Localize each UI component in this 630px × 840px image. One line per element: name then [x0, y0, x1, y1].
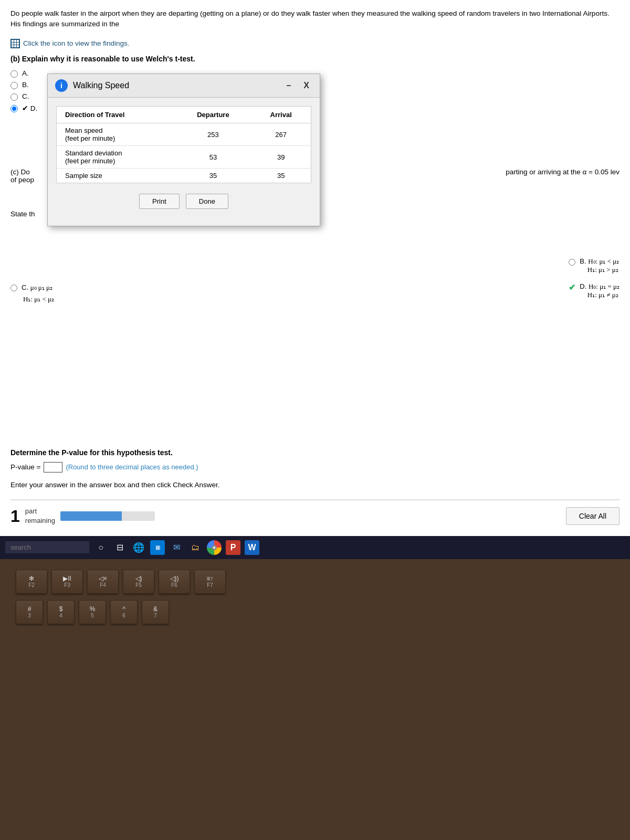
- section-c-text: (c) Do of peop: [10, 168, 34, 184]
- radio-b-label: B.: [22, 81, 29, 89]
- icon-link[interactable]: Click the icon to view the findings.: [10, 39, 130, 48]
- key-f4[interactable]: ◁× F4: [87, 570, 119, 594]
- edge-icon[interactable]: 🌐: [131, 540, 146, 555]
- progress-bar-container: [60, 511, 155, 521]
- grid-icon[interactable]: [10, 39, 20, 48]
- pvalue-input-box[interactable]: [44, 462, 62, 472]
- key-4[interactable]: $ 4: [47, 600, 75, 624]
- key-7[interactable]: & 7: [142, 600, 169, 624]
- done-button[interactable]: Done: [186, 194, 228, 209]
- hyp-b-text: B. H₀: μ₁ < μ₂ H₁: μ₁ > μ₂: [580, 257, 619, 274]
- hyp-b-h0: H₀: μ₁ < μ₂: [588, 257, 619, 265]
- radio-b-hyp[interactable]: [569, 259, 575, 266]
- row-size-arrival: 35: [251, 169, 311, 183]
- hyp-d-h0: H₀: μ₁ = μ₂: [589, 282, 620, 290]
- clear-all-button[interactable]: Clear All: [566, 507, 620, 525]
- hyp-b-h1: H₁: μ₁ > μ₂: [587, 266, 618, 274]
- key-f2[interactable]: ✻ F2: [16, 570, 47, 594]
- parts-left: 1 part remaining: [10, 507, 155, 526]
- modal-controls: – X: [283, 80, 312, 91]
- row-stddev-arrival: 39: [251, 146, 311, 169]
- row-size-departure: 35: [175, 169, 251, 183]
- radio-d-label: ✔ D.: [22, 104, 37, 112]
- row-stddev-departure: 53: [175, 146, 251, 169]
- table-row: Sample size 35 35: [57, 169, 311, 183]
- modal-header: i Walking Speed – X: [48, 74, 320, 98]
- row-stddev-label: Standard deviation(feet per minute): [57, 146, 175, 169]
- radio-c-option[interactable]: [10, 285, 17, 291]
- part-number: 1: [10, 508, 20, 524]
- col-header-direction: Direction of Travel: [57, 107, 175, 123]
- windows-search-icon[interactable]: ○: [93, 540, 108, 555]
- print-button[interactable]: Print: [139, 194, 180, 209]
- number-key-row: # 3 $ 4 % 5 ^ 6 & 7: [16, 600, 614, 624]
- radio-a[interactable]: [10, 70, 18, 78]
- row-size-label: Sample size: [57, 169, 175, 183]
- powerpoint-icon[interactable]: P: [226, 540, 240, 555]
- hyp-d-h1: H₁: μ₁ ≠ μ₂: [587, 291, 618, 299]
- hyp-option-b[interactable]: B. H₀: μ₁ < μ₂ H₁: μ₁ > μ₂: [569, 257, 620, 274]
- pvalue-label: P-value =: [10, 463, 40, 471]
- key-f6[interactable]: ◁)) F6: [159, 570, 190, 594]
- determine-heading: Determine the P-value for this hypothesi…: [10, 448, 620, 457]
- state-label: State th: [10, 210, 35, 218]
- modal-title: Walking Speed: [73, 81, 129, 90]
- part-label: part remaining: [25, 507, 55, 526]
- search-input[interactable]: [5, 541, 89, 553]
- right-hypothesis-options: B. H₀: μ₁ < μ₂ H₁: μ₁ > μ₂ ✔ D. H₀: μ₁ =…: [569, 257, 620, 299]
- section-c-label: (c) Do: [10, 168, 34, 176]
- key-5[interactable]: % 5: [79, 600, 106, 624]
- data-table: Direction of Travel Departure Arrival Me…: [56, 106, 311, 183]
- modal-minimize-button[interactable]: –: [283, 80, 294, 91]
- taskbar: ○ ⊟ 🌐 ▦ ✉ 🗂 P W: [0, 536, 630, 559]
- col-header-departure: Departure: [175, 107, 251, 123]
- key-f5[interactable]: ◁) F5: [123, 570, 154, 594]
- info-icon: i: [55, 79, 68, 92]
- main-content: Do people walk faster in the airport whe…: [0, 0, 630, 536]
- hyp-option-d[interactable]: ✔ D. H₀: μ₁ = μ₂ H₁: μ₁ ≠ μ₂: [569, 282, 620, 299]
- hyp-b-label: B.: [580, 257, 588, 265]
- parts-remaining: 1 part remaining Clear All: [10, 499, 620, 526]
- keyboard-area: ✻ F2 ▶II F3 ◁× F4 ◁) F5 ◁)) F6 ≡↑ F7 # 3: [0, 559, 630, 840]
- section-c-area: C. μ₀ μ₁ μ₂ H₁: μ₁ < μ₂: [10, 284, 54, 303]
- radio-d[interactable]: [10, 105, 18, 112]
- section-b-label: (b) Explain why it is reasonable to use …: [10, 55, 620, 63]
- row-mean-label: Mean speed(feet per minute): [57, 123, 175, 146]
- modal-footer: Print Done: [56, 194, 311, 217]
- radio-b[interactable]: [10, 82, 18, 89]
- section-c-sub: of peop: [10, 176, 34, 184]
- row-mean-arrival: 267: [251, 123, 311, 146]
- fn-key-row: ✻ F2 ▶II F3 ◁× F4 ◁) F5 ◁)) F6 ≡↑ F7: [16, 570, 614, 594]
- word-icon[interactable]: W: [245, 540, 259, 555]
- modal-close-button[interactable]: X: [300, 80, 312, 91]
- ms-store-icon[interactable]: ▦: [150, 540, 165, 555]
- determine-section: Determine the P-value for this hypothesi…: [10, 448, 620, 472]
- modal-overlay: i Walking Speed – X Direction of Travel …: [47, 74, 320, 226]
- intro-paragraph: Do people walk faster in the airport whe…: [10, 9, 610, 28]
- parting-note: parting or arriving at the α = 0.05 lev: [506, 168, 620, 176]
- key-6[interactable]: ^ 6: [110, 600, 138, 624]
- radio-c[interactable]: [10, 93, 18, 101]
- icon-link-label: Click the icon to view the findings.: [23, 39, 130, 47]
- part-label-line2: remaining: [25, 516, 55, 526]
- radio-c-row[interactable]: C. μ₀ μ₁ μ₂: [10, 284, 54, 292]
- progress-bar-fill: [60, 511, 122, 521]
- walking-speed-modal: i Walking Speed – X Direction of Travel …: [47, 74, 320, 226]
- chrome-icon[interactable]: [207, 540, 222, 555]
- part-label-line1: part: [25, 507, 55, 516]
- task-view-icon[interactable]: ⊟: [112, 540, 127, 555]
- checkmark-icon: ✔: [569, 282, 575, 292]
- radio-a-label: A.: [22, 69, 29, 77]
- table-row: Mean speed(feet per minute) 253 267: [57, 123, 311, 146]
- section-c-option-label: C. μ₀ μ₁ μ₂: [22, 284, 52, 292]
- mail-icon[interactable]: ✉: [169, 540, 184, 555]
- row-mean-departure: 253: [175, 123, 251, 146]
- modal-header-left: i Walking Speed: [55, 79, 129, 92]
- intro-text: Do people walk faster in the airport whe…: [10, 8, 620, 30]
- key-3[interactable]: # 3: [16, 600, 43, 624]
- key-f3[interactable]: ▶II F3: [51, 570, 83, 594]
- h1-c-text: H₁: μ₁ < μ₂: [23, 295, 54, 303]
- file-explorer-icon[interactable]: 🗂: [188, 540, 203, 555]
- table-row: Standard deviation(feet per minute) 53 3…: [57, 146, 311, 169]
- key-f7[interactable]: ≡↑ F7: [194, 570, 226, 594]
